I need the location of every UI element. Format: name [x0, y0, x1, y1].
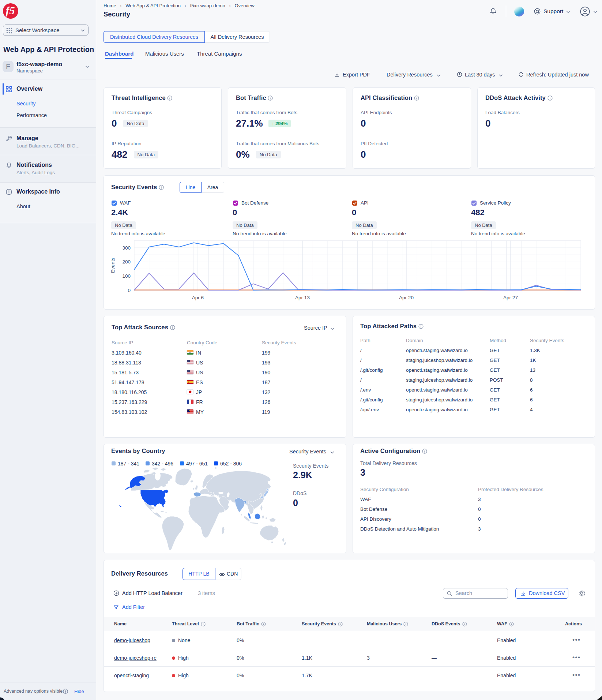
svg-text:200: 200 — [122, 259, 131, 265]
svg-text:Apr 27: Apr 27 — [503, 295, 518, 300]
svg-text:Apr 20: Apr 20 — [399, 295, 414, 300]
svg-text:0: 0 — [128, 288, 131, 293]
svg-text:Apr 13: Apr 13 — [295, 295, 310, 300]
svg-text:Events: Events — [110, 258, 116, 273]
svg-text:100: 100 — [122, 273, 131, 279]
svg-text:300: 300 — [122, 245, 131, 251]
svg-text:Apr 6: Apr 6 — [192, 295, 204, 300]
svg-text:f5: f5 — [6, 4, 15, 16]
